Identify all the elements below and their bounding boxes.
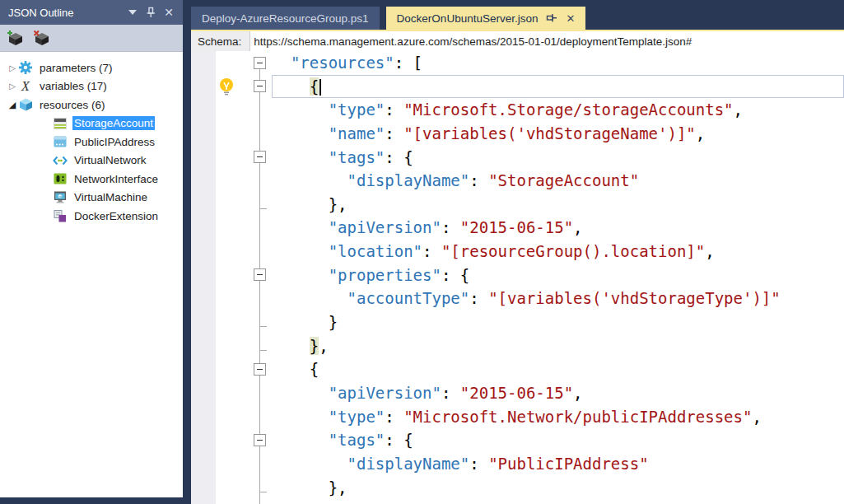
code-text[interactable]: }, (272, 334, 844, 358)
code-text[interactable]: "name": "[variables('vhdStorageName')]", (272, 122, 844, 146)
bulb-margin (216, 428, 249, 452)
code-line-5[interactable]: "tags": { (191, 146, 844, 170)
code-line-9[interactable]: "location": "[resourceGroup().location]"… (191, 240, 844, 264)
code-text[interactable]: "location": "[resourceGroup().location]"… (272, 240, 844, 264)
code-text[interactable]: "displayName": "PublicIPAddress" (272, 452, 844, 476)
sidebar-item-variables-17-[interactable]: ▷Xvariables (17) (0, 77, 183, 96)
json-punctuation: , (573, 218, 582, 236)
json-outline-titlebar[interactable]: JSON Outline ✕ (0, 0, 183, 25)
close-icon[interactable]: ✕ (160, 4, 178, 21)
glyph-margin (191, 216, 216, 240)
code-line-18[interactable]: "displayName": "PublicIPAddress" (191, 452, 844, 476)
collapse-region-icon[interactable] (254, 57, 266, 69)
tab-deploy-azureresourcegroup-ps1[interactable]: Deploy-AzureResourceGroup.ps1 (191, 7, 380, 30)
code-text[interactable]: } (272, 310, 844, 334)
glyph-margin (191, 240, 216, 264)
json-punctuation (272, 77, 310, 96)
pin-icon[interactable] (142, 4, 160, 21)
code-line-2[interactable]: { (191, 75, 844, 99)
code-text[interactable]: "properties": { (272, 264, 844, 287)
json-outline-toolbar (0, 25, 183, 52)
code-text[interactable] (272, 499, 844, 504)
sidebar-item-virtualnetwork[interactable]: VirtualNetwork (0, 152, 183, 170)
expand-arrow-icon[interactable]: ▷ (7, 63, 18, 72)
collapse-region-icon[interactable] (254, 268, 266, 281)
sidebar-item-virtualmachine[interactable]: VirtualMachine (0, 189, 183, 208)
region-end-stub (259, 492, 267, 492)
code-line-20[interactable] (191, 499, 844, 504)
json-punctuation (272, 54, 291, 72)
bulb-margin (216, 476, 249, 500)
sidebar-item-storageaccount[interactable]: StorageAccount (0, 114, 183, 133)
code-line-4[interactable]: "name": "[variables('vhdStorageName')]", (191, 122, 844, 146)
code-text[interactable]: }, (272, 476, 844, 500)
code-line-15[interactable]: "apiVersion": "2015-06-15", (191, 381, 844, 405)
collapse-region-icon[interactable] (254, 363, 266, 376)
sidebar-item-publicipaddress[interactable]: PublicIPAddress (0, 133, 183, 152)
pin-icon[interactable] (546, 12, 557, 24)
window-menu-icon[interactable] (124, 4, 142, 21)
code-line-3[interactable]: "type": "Microsoft.Storage/storageAccoun… (191, 98, 844, 122)
glyph-margin (191, 51, 216, 75)
lightbulb-icon[interactable] (217, 77, 235, 100)
code-editor[interactable]: "resources": [ { "type": "Microsoft.Stor… (191, 51, 844, 504)
outlining-margin (249, 428, 272, 452)
schema-label: Schema: (191, 31, 249, 51)
json-punctuation (272, 242, 329, 260)
collapse-region-icon[interactable] (254, 80, 266, 92)
sidebar-item-dockerextension[interactable]: DockerExtension (0, 207, 183, 226)
json-key: "tags" (329, 431, 385, 449)
close-icon[interactable]: ✕ (566, 12, 575, 25)
code-text[interactable]: }, (272, 193, 844, 217)
tree-item-label: resources (6) (38, 98, 107, 112)
code-text[interactable]: { (272, 75, 844, 99)
code-text[interactable]: "apiVersion": "2015-06-15", (272, 381, 844, 405)
code-text[interactable]: { (272, 357, 844, 381)
code-line-12[interactable]: } (191, 310, 844, 334)
sidebar-item-resources-6-[interactable]: ◢ resources (6) (0, 96, 183, 114)
outlining-margin (249, 381, 272, 405)
json-punctuation: : (469, 171, 488, 189)
json-outline-title: JSON Outline (8, 7, 124, 19)
expand-arrow-icon[interactable]: ▷ (7, 82, 18, 91)
schema-bar: Schema: https://schema.management.azure.… (191, 31, 844, 51)
collapse-region-icon[interactable] (254, 434, 266, 446)
document-area: Deploy-AzureResourceGroup.ps1 DockerOnUb… (191, 0, 844, 504)
json-punctuation: : { (385, 431, 413, 449)
delete-resource-icon[interactable] (32, 28, 52, 48)
code-text[interactable]: "accountType": "[variables('vhdStorageTy… (272, 287, 844, 310)
code-text[interactable]: "tags": { (272, 146, 844, 170)
code-line-16[interactable]: "type": "Microsoft.Network/publicIPAddre… (191, 405, 844, 429)
bulb-margin (216, 452, 249, 476)
code-line-6[interactable]: "displayName": "StorageAccount" (191, 169, 844, 193)
code-line-14[interactable]: { (191, 357, 844, 381)
collapse-arrow-icon[interactable]: ◢ (7, 100, 18, 110)
code-line-17[interactable]: "tags": { (191, 428, 844, 452)
virtual-machine-icon (53, 191, 68, 204)
virtual-network-icon (53, 154, 68, 167)
code-text[interactable]: "resources": [ (272, 51, 844, 75)
tab-dockeronubuntuserver-json[interactable]: DockerOnUbuntuServer.json ✕ (386, 7, 586, 30)
code-line-13[interactable]: }, (191, 334, 844, 358)
code-text[interactable]: "tags": { (272, 428, 844, 452)
json-punctuation (272, 455, 347, 473)
bulb-margin (216, 240, 249, 264)
json-string: "PublicIPAddress" (488, 455, 648, 473)
collapse-region-icon[interactable] (254, 151, 266, 163)
sidebar-item-parameters-7-[interactable]: ▷ parameters (7) (0, 58, 183, 77)
json-string: "[resourceGroup().location]" (441, 242, 705, 260)
code-line-10[interactable]: "properties": { (191, 264, 844, 287)
code-text[interactable]: "type": "Microsoft.Storage/storageAccoun… (272, 98, 844, 122)
code-line-8[interactable]: "apiVersion": "2015-06-15", (191, 216, 844, 240)
code-text[interactable]: "apiVersion": "2015-06-15", (272, 216, 844, 240)
add-resource-icon[interactable] (6, 28, 26, 48)
code-line-7[interactable]: }, (191, 193, 844, 217)
code-text[interactable]: "displayName": "StorageAccount" (272, 169, 844, 193)
sidebar-item-networkinterface[interactable]: NetworkInterface (0, 170, 183, 189)
schema-url-combobox[interactable]: https://schema.management.azure.com/sche… (249, 31, 844, 51)
code-text[interactable]: "type": "Microsoft.Network/publicIPAddre… (272, 405, 844, 429)
code-line-19[interactable]: }, (191, 476, 844, 500)
bulb-margin (216, 310, 249, 334)
code-line-11[interactable]: "accountType": "[variables('vhdStorageTy… (191, 287, 844, 310)
code-line-1[interactable]: "resources": [ (191, 51, 844, 75)
